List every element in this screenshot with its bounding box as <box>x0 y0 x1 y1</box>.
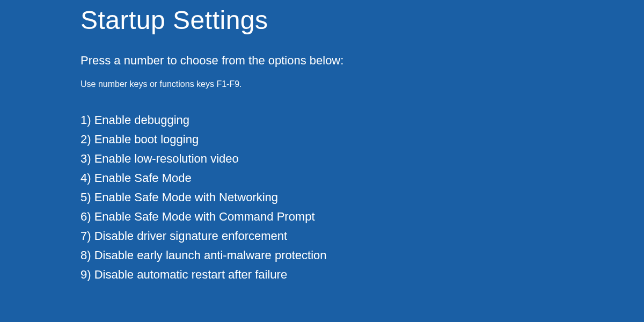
option-disable-automatic-restart[interactable]: 9) Disable automatic restart after failu… <box>80 268 564 282</box>
hint-text: Use number keys or functions keys F1-F9. <box>80 79 564 89</box>
option-enable-safe-mode[interactable]: 4) Enable Safe Mode <box>80 171 564 185</box>
instruction-text: Press a number to choose from the option… <box>80 54 564 68</box>
option-disable-driver-signature-enforcement[interactable]: 7) Disable driver signature enforcement <box>80 229 564 243</box>
option-enable-low-resolution-video[interactable]: 3) Enable low-resolution video <box>80 152 564 166</box>
option-enable-safe-mode-networking[interactable]: 5) Enable Safe Mode with Networking <box>80 191 564 204</box>
option-enable-safe-mode-command-prompt[interactable]: 6) Enable Safe Mode with Command Prompt <box>80 210 564 224</box>
option-enable-debugging[interactable]: 1) Enable debugging <box>80 113 564 127</box>
option-disable-early-launch-antimalware[interactable]: 8) Disable early launch anti-malware pro… <box>80 248 564 262</box>
page-title: Startup Settings <box>80 5 564 35</box>
option-enable-boot-logging[interactable]: 2) Enable boot logging <box>80 133 564 147</box>
options-list: 1) Enable debugging 2) Enable boot loggi… <box>80 113 564 282</box>
